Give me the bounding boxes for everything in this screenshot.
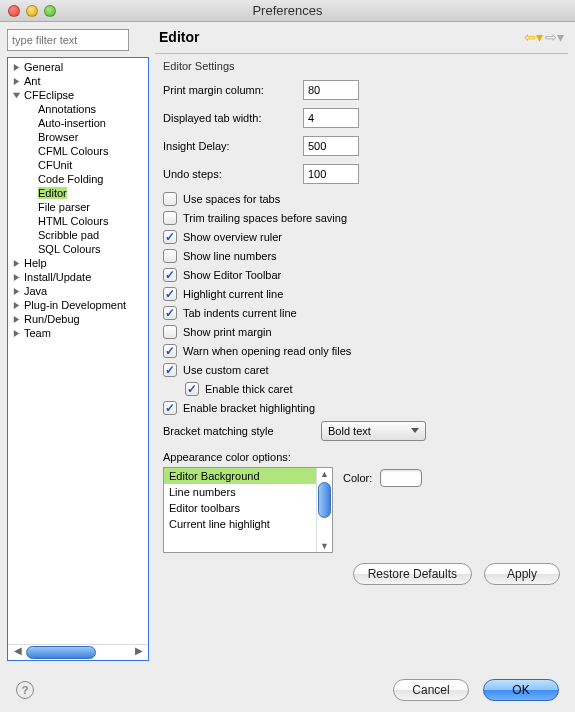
checkbox[interactable]	[163, 306, 177, 320]
scroll-left-arrow[interactable]: ◀	[10, 645, 25, 660]
checkbox-row: Show line numbers	[163, 249, 564, 263]
tree-item-label: Run/Debug	[24, 313, 80, 325]
apply-button[interactable]: Apply	[484, 563, 560, 585]
checkbox[interactable]	[163, 192, 177, 206]
checkbox-row: Tab indents current line	[163, 306, 564, 320]
svg-marker-0	[14, 64, 19, 71]
print-margin-input[interactable]	[303, 80, 359, 100]
tree-item[interactable]: Install/Update	[8, 270, 148, 284]
checkbox[interactable]	[163, 249, 177, 263]
tree-item[interactable]: Help	[8, 256, 148, 270]
tree-item-label: Ant	[24, 75, 41, 87]
checkbox[interactable]	[163, 344, 177, 358]
nav-back-button[interactable]: ⇦▾	[524, 29, 543, 45]
tree-item[interactable]: Editor	[8, 186, 148, 200]
checkbox-row: Trim trailing spaces before saving	[163, 211, 564, 225]
nav-forward-button[interactable]: ⇨▾	[545, 29, 564, 45]
checkbox[interactable]	[163, 401, 177, 415]
tree-item[interactable]: General	[8, 60, 148, 74]
cancel-button[interactable]: Cancel	[393, 679, 469, 701]
tree-item[interactable]: Ant	[8, 74, 148, 88]
color-option[interactable]: Editor toolbars	[164, 500, 316, 516]
tree-body[interactable]: GeneralAntCFEclipseAnnotationsAuto-inser…	[8, 58, 148, 644]
checkbox-label: Warn when opening read only files	[183, 345, 351, 357]
tree-item[interactable]: HTML Colours	[8, 214, 148, 228]
horizontal-scrollbar[interactable]: ◀ ▶	[8, 644, 148, 660]
tree-item[interactable]: Auto-insertion	[8, 116, 148, 130]
undo-steps-input[interactable]	[303, 164, 359, 184]
tree-item[interactable]: Team	[8, 326, 148, 340]
tree-item-label: CFUnit	[38, 159, 72, 171]
tree-item-label: File parser	[38, 201, 90, 213]
tree-item[interactable]: Plug-in Development	[8, 298, 148, 312]
chevron-right-icon[interactable]	[12, 286, 22, 296]
tree-item[interactable]: CFML Colours	[8, 144, 148, 158]
chevron-right-icon[interactable]	[12, 272, 22, 282]
checkbox-row: Highlight current line	[163, 287, 564, 301]
scroll-thumb[interactable]	[26, 646, 96, 659]
tree-item[interactable]: Browser	[8, 130, 148, 144]
tree-item[interactable]: SQL Colours	[8, 242, 148, 256]
insight-delay-label: Insight Delay:	[163, 140, 303, 152]
chevron-right-icon[interactable]	[12, 314, 22, 324]
checkbox[interactable]	[163, 268, 177, 282]
tree-item[interactable]: Code Folding	[8, 172, 148, 186]
color-option[interactable]: Line numbers	[164, 484, 316, 500]
tree-item[interactable]: Annotations	[8, 102, 148, 116]
filter-input[interactable]	[7, 29, 129, 51]
checkbox-row: Warn when opening read only files	[163, 344, 564, 358]
bracket-style-select[interactable]: Bold text	[321, 421, 426, 441]
scroll-down-arrow[interactable]: ▼	[320, 541, 329, 551]
tree-item-label: Install/Update	[24, 271, 91, 283]
tab-width-label: Displayed tab width:	[163, 112, 303, 124]
tree-item[interactable]: File parser	[8, 200, 148, 214]
dialog-button-bar: ? Cancel OK	[0, 668, 575, 712]
checkbox[interactable]	[163, 211, 177, 225]
scroll-thumb[interactable]	[318, 482, 331, 518]
checkbox-row: Enable bracket highlighting	[163, 401, 564, 415]
checkbox-label: Enable bracket highlighting	[183, 402, 315, 414]
tree-item[interactable]: CFUnit	[8, 158, 148, 172]
checkbox-label: Show overview ruler	[183, 231, 282, 243]
checkbox[interactable]	[163, 363, 177, 377]
color-option[interactable]: Editor Background	[164, 468, 316, 484]
tree-item[interactable]: Scribble pad	[8, 228, 148, 242]
scroll-right-arrow[interactable]: ▶	[131, 645, 146, 660]
help-button[interactable]: ?	[16, 681, 34, 699]
checkbox[interactable]	[163, 230, 177, 244]
checkbox-label: Highlight current line	[183, 288, 283, 300]
scroll-up-arrow[interactable]: ▲	[320, 469, 329, 479]
checkbox-row: Show print margin	[163, 325, 564, 339]
chevron-right-icon[interactable]	[12, 328, 22, 338]
chevron-right-icon[interactable]	[12, 62, 22, 72]
chevron-right-icon[interactable]	[12, 76, 22, 86]
checkbox-row: Use custom caret	[163, 363, 564, 377]
tree-item-label: Editor	[38, 187, 67, 199]
tree-item-label: Browser	[38, 131, 78, 143]
color-label: Color:	[343, 472, 372, 484]
chevron-down-icon[interactable]	[12, 90, 22, 100]
ok-button[interactable]: OK	[483, 679, 559, 701]
vertical-scrollbar[interactable]: ▲ ▼	[316, 468, 332, 552]
tree-item[interactable]: CFEclipse	[8, 88, 148, 102]
restore-defaults-button[interactable]: Restore Defaults	[353, 563, 472, 585]
tree-item[interactable]: Java	[8, 284, 148, 298]
tree-item-label: SQL Colours	[38, 243, 101, 255]
chevron-right-icon[interactable]	[12, 300, 22, 310]
color-options-list[interactable]: Editor BackgroundLine numbersEditor tool…	[163, 467, 333, 553]
color-option[interactable]: Current line highlight	[164, 516, 316, 532]
chevron-right-icon[interactable]	[12, 258, 22, 268]
tree-item[interactable]: Run/Debug	[8, 312, 148, 326]
tree-item-label: Auto-insertion	[38, 117, 106, 129]
svg-marker-2	[13, 93, 20, 98]
tab-width-input[interactable]	[303, 108, 359, 128]
checkbox[interactable]	[185, 382, 199, 396]
color-swatch-button[interactable]	[380, 469, 422, 487]
checkbox[interactable]	[163, 325, 177, 339]
tree-item-label: Java	[24, 285, 47, 297]
checkbox-label: Trim trailing spaces before saving	[183, 212, 347, 224]
insight-delay-input[interactable]	[303, 136, 359, 156]
checkbox[interactable]	[163, 287, 177, 301]
tree-item-label: Scribble pad	[38, 229, 99, 241]
sidebar: GeneralAntCFEclipseAnnotationsAuto-inser…	[7, 29, 149, 661]
